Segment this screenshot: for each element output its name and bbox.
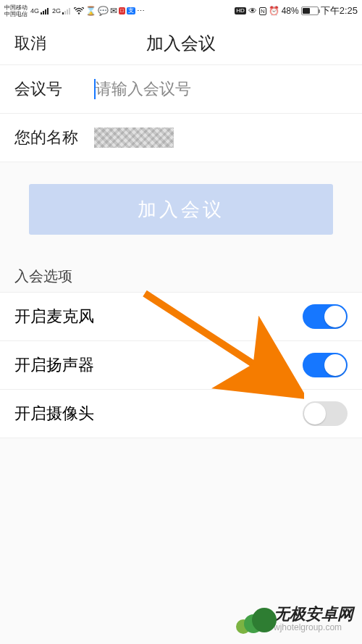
name-value-redacted	[94, 127, 174, 148]
svg-rect-6	[67, 9, 68, 14]
name-input[interactable]	[94, 127, 348, 148]
options-section-title: 入会选项	[0, 256, 362, 292]
svg-rect-5	[64, 11, 66, 14]
eye-icon: 👁	[248, 6, 257, 16]
speaker-toggle[interactable]	[303, 353, 348, 377]
network-4g: 4G	[30, 7, 39, 14]
option-speaker: 开启扬声器	[0, 340, 362, 389]
chat-icon: 💬	[98, 6, 109, 16]
network-2g: 2G	[52, 7, 61, 14]
more-icon: ⋯	[137, 7, 145, 16]
option-label: 开启摄像头	[14, 403, 94, 425]
wechat-icon: ✉	[110, 6, 117, 16]
svg-rect-3	[47, 8, 49, 14]
app-icon-red: □	[119, 7, 125, 14]
battery-percent: 48%	[282, 6, 299, 16]
watermark-logo	[236, 603, 268, 635]
meeting-id-row[interactable]: 会议号 请输入会议号	[0, 65, 362, 114]
svg-rect-7	[69, 8, 70, 14]
name-row[interactable]: 您的名称	[0, 114, 362, 162]
join-meeting-button[interactable]: 加入会议	[29, 184, 333, 235]
watermark-title: 无极安卓网	[274, 606, 353, 622]
nfc-icon: N	[259, 7, 266, 15]
alarm-icon: ⏰	[269, 6, 279, 16]
option-microphone: 开启麦克风	[0, 292, 362, 340]
status-bar: 中国移动 中国电信 4G 2G ⌛ 💬 ✉ □ 支 ⋯ HD 👁 N ⏰ 48%…	[0, 0, 362, 22]
svg-rect-2	[45, 9, 46, 14]
wifi-icon	[74, 7, 84, 14]
alipay-icon: 支	[127, 7, 135, 14]
name-label: 您的名称	[14, 127, 94, 149]
meeting-id-placeholder: 请输入会议号	[96, 78, 191, 100]
clock: 下午2:25	[321, 4, 358, 17]
watermark: 无极安卓网 wjhotelgroup.com	[236, 603, 353, 635]
hd-icon: HD	[235, 7, 246, 14]
option-label: 开启麦克风	[14, 306, 94, 327]
svg-rect-0	[41, 12, 42, 14]
svg-rect-1	[43, 11, 44, 14]
battery-icon	[301, 7, 319, 15]
signal-icon-2	[62, 7, 72, 14]
join-form: 会议号 请输入会议号 您的名称	[0, 65, 362, 162]
microphone-toggle[interactable]	[303, 304, 348, 329]
meeting-id-label: 会议号	[14, 78, 94, 100]
meeting-id-input[interactable]: 请输入会议号	[94, 78, 348, 100]
option-label: 开启扬声器	[14, 354, 94, 376]
signal-icon	[41, 7, 51, 14]
page-header: 取消 加入会议	[0, 22, 362, 65]
svg-point-8	[78, 12, 80, 14]
watermark-url: wjhotelgroup.com	[274, 622, 353, 632]
page-title: 加入会议	[14, 32, 348, 55]
svg-rect-4	[62, 12, 64, 14]
camera-toggle[interactable]	[303, 401, 348, 426]
option-camera: 开启摄像头	[0, 389, 362, 438]
hourglass-icon: ⌛	[85, 6, 96, 16]
options-list: 开启麦克风 开启扬声器 开启摄像头	[0, 292, 362, 438]
carrier-labels: 中国移动 中国电信	[4, 4, 28, 17]
